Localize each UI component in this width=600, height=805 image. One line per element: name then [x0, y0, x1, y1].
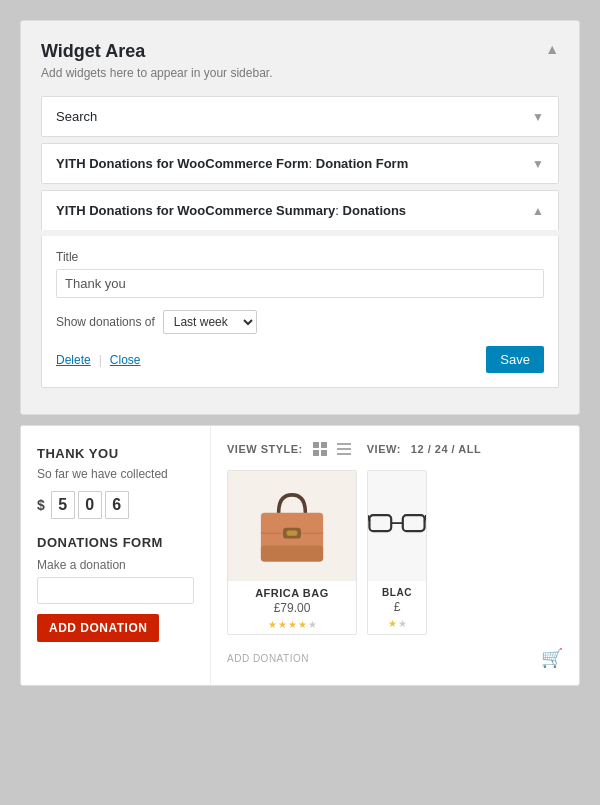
view-label: VIEW:: [367, 443, 401, 455]
svg-rect-11: [287, 530, 298, 535]
widget-area-subtitle: Add widgets here to appear in your sideb…: [41, 66, 559, 80]
donation-amount-input[interactable]: [37, 577, 194, 604]
collected-text: So far we have collected: [37, 467, 194, 481]
g-star-1: ★: [388, 618, 397, 629]
view-controls: VIEW STYLE:: [227, 442, 563, 456]
search-widget-chevron: ▼: [532, 110, 544, 124]
africa-bag-price: £79.00: [228, 601, 356, 619]
show-donations-row: Show donations of Last week Last month L…: [56, 310, 544, 334]
add-donation-text: ADD DONATION: [227, 653, 309, 664]
star-4: ★: [298, 619, 307, 630]
g-star-2: ★: [398, 618, 407, 629]
svg-rect-13: [403, 515, 425, 531]
amount-display: $ 5 0 6: [37, 491, 194, 519]
donation-form-widget-row[interactable]: YITH Donations for WooCommerce Form: Don…: [41, 143, 559, 184]
star-5: ★: [308, 619, 317, 630]
svg-line-16: [425, 515, 426, 521]
sidebar-section: THANK YOU So far we have collected $ 5 0…: [21, 426, 211, 685]
africa-bag-image: [228, 471, 356, 581]
donation-summary-widget-chevron: ▲: [532, 204, 544, 218]
svg-rect-2: [313, 450, 319, 456]
amount-digit-2: 0: [78, 491, 102, 519]
title-field-label: Title: [56, 250, 544, 264]
bottom-content: THANK YOU So far we have collected $ 5 0…: [21, 426, 579, 685]
add-donation-button[interactable]: ADD DONATION: [37, 614, 159, 642]
search-widget-label: Search: [56, 109, 97, 124]
widget-area-panel: Widget Area ▲ Add widgets here to appear…: [20, 20, 580, 415]
africa-bag-stars: ★ ★ ★ ★ ★: [228, 619, 356, 634]
donations-form-title: DONATIONS FORM: [37, 535, 194, 550]
glasses-image: [368, 471, 426, 581]
view-style-label: VIEW STYLE:: [227, 443, 303, 455]
title-text-input[interactable]: [56, 269, 544, 298]
donation-form-widget-chevron: ▼: [532, 157, 544, 171]
svg-rect-0: [313, 442, 319, 448]
product-card-africa-bag[interactable]: AFRICA BAG £79.00 ★ ★ ★ ★ ★: [227, 470, 357, 635]
show-donations-label: Show donations of: [56, 315, 155, 329]
amount-dollar: $: [37, 497, 45, 513]
search-widget-row[interactable]: Search ▼: [41, 96, 559, 137]
svg-line-15: [368, 515, 369, 521]
star-3: ★: [288, 619, 297, 630]
svg-rect-5: [337, 448, 351, 450]
widget-area-header: Widget Area ▲: [41, 41, 559, 62]
africa-bag-name: AFRICA BAG: [228, 581, 356, 601]
close-link[interactable]: Close: [110, 353, 141, 367]
widget-area-title: Widget Area: [41, 41, 145, 62]
svg-rect-8: [261, 546, 323, 562]
product-section: VIEW STYLE:: [211, 426, 579, 685]
thank-you-title: THANK YOU: [37, 446, 194, 461]
glasses-name: BLAC: [368, 581, 426, 600]
glasses-stars: ★ ★: [368, 618, 426, 633]
donation-summary-widget-label: YITH Donations for WooCommerce Summary: …: [56, 203, 406, 218]
cart-icon[interactable]: 🛒: [541, 647, 563, 669]
delete-link[interactable]: Delete: [56, 353, 91, 367]
star-1: ★: [268, 619, 277, 630]
amount-digit-3: 6: [105, 491, 129, 519]
period-select[interactable]: Last week Last month Last year All time: [163, 310, 257, 334]
donation-form-widget-label: YITH Donations for WooCommerce Form: Don…: [56, 156, 408, 171]
view-numbers[interactable]: 12 / 24 / ALL: [411, 443, 481, 455]
save-button[interactable]: Save: [486, 346, 544, 373]
svg-rect-4: [337, 443, 351, 445]
product-card-glasses[interactable]: BLAC £ ★ ★: [367, 470, 427, 635]
donation-summary-widget-row[interactable]: YITH Donations for WooCommerce Summary: …: [41, 190, 559, 230]
bottom-panel: THANK YOU So far we have collected $ 5 0…: [20, 425, 580, 686]
svg-rect-3: [321, 450, 327, 456]
product-actions-row: ADD DONATION 🛒: [227, 647, 563, 669]
action-separator: |: [99, 353, 102, 367]
make-donation-label: Make a donation: [37, 558, 194, 572]
svg-rect-1: [321, 442, 327, 448]
list-view-icon[interactable]: [337, 442, 351, 456]
collapse-up-icon[interactable]: ▲: [545, 41, 559, 57]
widget-actions: Delete | Close Save: [56, 346, 544, 373]
grid-view-icon[interactable]: [313, 442, 327, 456]
svg-rect-12: [369, 515, 391, 531]
link-actions: Delete | Close: [56, 353, 141, 367]
amount-digit-1: 5: [51, 491, 75, 519]
products-grid: AFRICA BAG £79.00 ★ ★ ★ ★ ★: [227, 470, 563, 635]
svg-rect-6: [337, 453, 351, 455]
glasses-price: £: [368, 600, 426, 618]
star-2: ★: [278, 619, 287, 630]
donation-summary-expanded: Title Show donations of Last week Last m…: [41, 236, 559, 388]
